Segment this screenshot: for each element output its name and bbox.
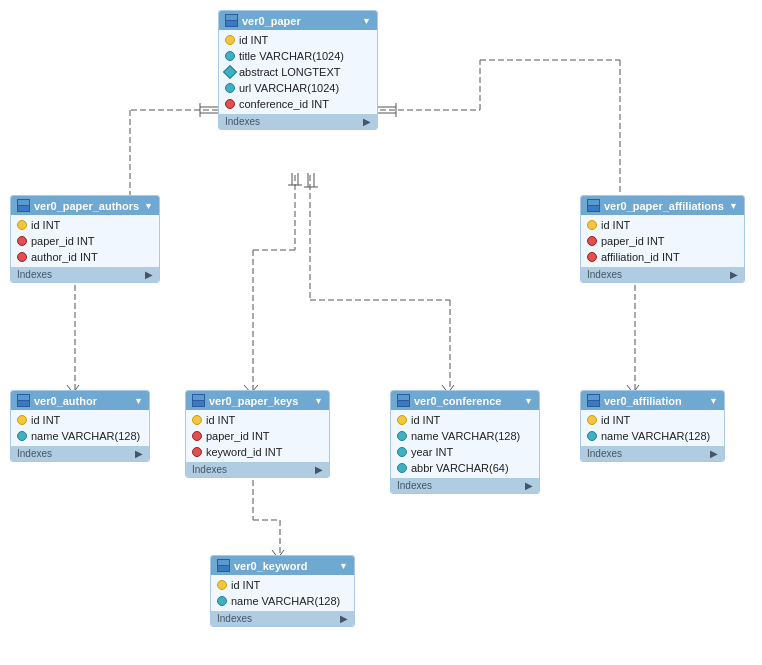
cyan-icon [397, 463, 407, 473]
table-name: ver0_paper_authors [34, 200, 139, 212]
fk-icon [192, 431, 202, 441]
table-indexes[interactable]: Indexes ▶ [219, 114, 377, 129]
field-text: abbr VARCHAR(64) [411, 462, 509, 474]
field-id: id INT [581, 412, 724, 428]
indexes-arrow[interactable]: ▶ [315, 464, 323, 475]
key-icon [217, 580, 227, 590]
dropdown-arrow[interactable]: ▼ [134, 396, 143, 406]
table-header-ver0-paper-affiliations[interactable]: ver0_paper_affiliations ▼ [581, 196, 744, 215]
field-name: name VARCHAR(128) [391, 428, 539, 444]
field-text: name VARCHAR(128) [601, 430, 710, 442]
field-text: id INT [601, 219, 630, 231]
table-icon [17, 199, 30, 212]
field-id: id INT [211, 577, 354, 593]
field-text: year INT [411, 446, 453, 458]
table-indexes[interactable]: Indexes ▶ [581, 446, 724, 461]
table-header-ver0-author[interactable]: ver0_author ▼ [11, 391, 149, 410]
table-indexes[interactable]: Indexes ▶ [11, 446, 149, 461]
field-text: conference_id INT [239, 98, 329, 110]
table-name: ver0_conference [414, 395, 501, 407]
field-paper-id: paper_id INT [581, 233, 744, 249]
table-indexes[interactable]: Indexes ▶ [581, 267, 744, 282]
field-text: paper_id INT [206, 430, 270, 442]
cyan-icon [225, 51, 235, 61]
field-text: author_id INT [31, 251, 98, 263]
table-fields: id INT title VARCHAR(1024) abstract LONG… [219, 30, 377, 114]
table-ver0-paper-authors: ver0_paper_authors ▼ id INT paper_id INT… [10, 195, 160, 283]
diagram-canvas: ver0_paper ▼ id INT title VARCHAR(1024) … [0, 0, 762, 665]
indexes-arrow[interactable]: ▶ [525, 480, 533, 491]
indexes-arrow[interactable]: ▶ [710, 448, 718, 459]
key-icon [587, 220, 597, 230]
dropdown-arrow[interactable]: ▼ [314, 396, 323, 406]
field-name: name VARCHAR(128) [581, 428, 724, 444]
table-header-ver0-conference[interactable]: ver0_conference ▼ [391, 391, 539, 410]
table-name: ver0_keyword [234, 560, 307, 572]
field-id: id INT [186, 412, 329, 428]
table-indexes[interactable]: Indexes ▶ [211, 611, 354, 626]
table-name: ver0_author [34, 395, 97, 407]
dropdown-arrow[interactable]: ▼ [709, 396, 718, 406]
fk-icon [17, 236, 27, 246]
table-ver0-paper-keys: ver0_paper_keys ▼ id INT paper_id INT ke… [185, 390, 330, 478]
field-text: affiliation_id INT [601, 251, 680, 263]
dropdown-arrow[interactable]: ▼ [729, 201, 738, 211]
diamond-icon [223, 65, 237, 79]
indexes-arrow[interactable]: ▶ [363, 116, 371, 127]
dropdown-arrow[interactable]: ▼ [144, 201, 153, 211]
field-text: name VARCHAR(128) [411, 430, 520, 442]
table-fields: id INT name VARCHAR(128) [211, 575, 354, 611]
field-text: abstract LONGTEXT [239, 66, 340, 78]
table-fields: id INT paper_id INT affiliation_id INT [581, 215, 744, 267]
field-id: id INT [11, 412, 149, 428]
table-indexes[interactable]: Indexes ▶ [11, 267, 159, 282]
indexes-arrow[interactable]: ▶ [135, 448, 143, 459]
table-icon [225, 14, 238, 27]
cyan-icon [397, 431, 407, 441]
field-text: id INT [239, 34, 268, 46]
indexes-arrow[interactable]: ▶ [340, 613, 348, 624]
field-name: name VARCHAR(128) [211, 593, 354, 609]
field-id: id INT [391, 412, 539, 428]
field-name: name VARCHAR(128) [11, 428, 149, 444]
dropdown-arrow[interactable]: ▼ [524, 396, 533, 406]
table-header-ver0-affiliation[interactable]: ver0_affiliation ▼ [581, 391, 724, 410]
field-text: url VARCHAR(1024) [239, 82, 339, 94]
table-name: ver0_paper_affiliations [604, 200, 724, 212]
cyan-icon [587, 431, 597, 441]
cyan-icon [217, 596, 227, 606]
table-icon [217, 559, 230, 572]
dropdown-arrow[interactable]: ▼ [362, 16, 371, 26]
table-header-ver0-paper-keys[interactable]: ver0_paper_keys ▼ [186, 391, 329, 410]
table-header-ver0-paper-authors[interactable]: ver0_paper_authors ▼ [11, 196, 159, 215]
table-header-ver0-keyword[interactable]: ver0_keyword ▼ [211, 556, 354, 575]
indexes-arrow[interactable]: ▶ [145, 269, 153, 280]
fk-icon [587, 236, 597, 246]
field-id: id INT [219, 32, 377, 48]
field-id: id INT [11, 217, 159, 233]
key-icon [397, 415, 407, 425]
fk-icon [192, 447, 202, 457]
field-text: paper_id INT [31, 235, 95, 247]
field-text: title VARCHAR(1024) [239, 50, 344, 62]
table-indexes[interactable]: Indexes ▶ [186, 462, 329, 477]
table-ver0-paper-affiliations: ver0_paper_affiliations ▼ id INT paper_i… [580, 195, 745, 283]
table-icon [17, 394, 30, 407]
table-icon [192, 394, 205, 407]
indexes-arrow[interactable]: ▶ [730, 269, 738, 280]
table-fields: id INT paper_id INT author_id INT [11, 215, 159, 267]
key-icon [17, 220, 27, 230]
table-indexes[interactable]: Indexes ▶ [391, 478, 539, 493]
table-fields: id INT name VARCHAR(128) [581, 410, 724, 446]
cyan-icon [225, 83, 235, 93]
field-text: name VARCHAR(128) [31, 430, 140, 442]
dropdown-arrow[interactable]: ▼ [339, 561, 348, 571]
cyan-icon [17, 431, 27, 441]
table-ver0-author: ver0_author ▼ id INT name VARCHAR(128) I… [10, 390, 150, 462]
field-title: title VARCHAR(1024) [219, 48, 377, 64]
fk-icon [587, 252, 597, 262]
table-icon [397, 394, 410, 407]
field-affiliation-id: affiliation_id INT [581, 249, 744, 265]
field-year: year INT [391, 444, 539, 460]
table-header-ver0-paper[interactable]: ver0_paper ▼ [219, 11, 377, 30]
